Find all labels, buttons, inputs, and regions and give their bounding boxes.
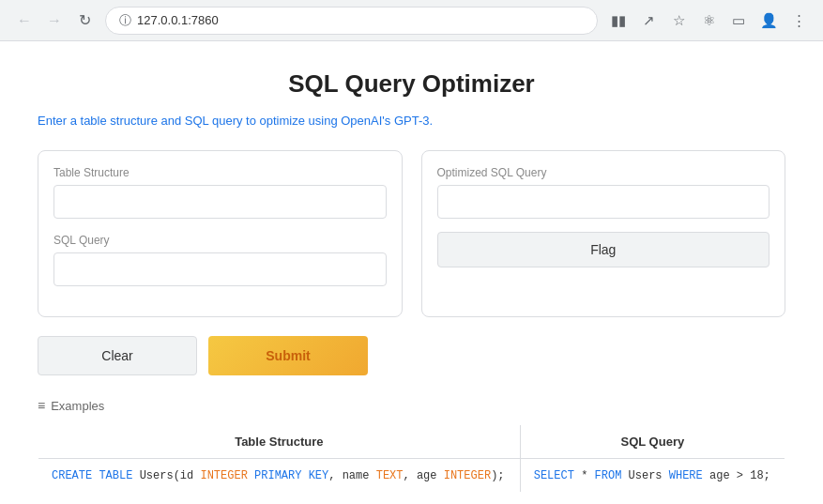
- examples-icon: ≡: [38, 398, 45, 413]
- table-col-structure: Table Structure: [38, 425, 521, 459]
- address-bar[interactable]: ⓘ 127.0.0.1:7860: [105, 7, 598, 35]
- table-structure-label: Table Structure: [53, 166, 387, 179]
- page-content: SQL Query Optimizer Enter a table struct…: [0, 41, 823, 504]
- main-form: Table Structure SQL Query Optimized SQL …: [38, 150, 785, 317]
- flag-button[interactable]: Flag: [437, 232, 770, 267]
- extensions-button[interactable]: ⚛: [695, 8, 722, 34]
- nav-buttons: ← → ↻: [11, 8, 98, 34]
- page-title: SQL Query Optimizer: [38, 69, 785, 99]
- integer-type2: INTEGER: [444, 469, 491, 482]
- left-panel: Table Structure SQL Query: [38, 150, 403, 317]
- reload-button[interactable]: ↻: [71, 8, 98, 34]
- bookmark-button[interactable]: ☆: [665, 8, 692, 34]
- pk-keyword: PRIMARY KEY: [254, 469, 328, 482]
- examples-section: ≡ Examples Table Structure SQL Query CRE…: [38, 398, 785, 493]
- clear-button[interactable]: Clear: [38, 336, 197, 375]
- window-button[interactable]: ▭: [725, 8, 752, 34]
- table-row: CREATE TABLE Users(id INTEGER PRIMARY KE…: [38, 459, 785, 493]
- example-table-structure: CREATE TABLE Users(id INTEGER PRIMARY KE…: [38, 459, 521, 493]
- cast-button[interactable]: ▮▮: [605, 8, 632, 34]
- create-keyword: CREATE TABLE: [52, 469, 140, 482]
- lock-icon: ⓘ: [119, 12, 131, 29]
- text-type: TEXT: [376, 469, 404, 482]
- sql-query-input[interactable]: [53, 252, 387, 286]
- where-keyword: WHERE: [669, 469, 709, 482]
- url-text: 127.0.0.1:7860: [137, 13, 219, 27]
- examples-label: Examples: [51, 399, 104, 413]
- toolbar-actions: ▮▮ ↗ ☆ ⚛ ▭ 👤 ⋮: [605, 8, 812, 34]
- examples-header[interactable]: ≡ Examples: [38, 398, 785, 413]
- table-structure-group: Table Structure: [53, 166, 387, 219]
- sql-query-group: SQL Query: [53, 234, 387, 286]
- table-structure-input[interactable]: [53, 185, 387, 219]
- optimized-sql-label: Optimized SQL Query: [437, 166, 770, 179]
- example-sql-query: SELECT * FROM Users WHERE age > 18;: [520, 459, 785, 493]
- subtitle: Enter a table structure and SQL query to…: [38, 114, 785, 128]
- forward-button[interactable]: →: [41, 8, 68, 34]
- share-button[interactable]: ↗: [635, 8, 662, 34]
- browser-chrome: ← → ↻ ⓘ 127.0.0.1:7860 ▮▮ ↗ ☆ ⚛ ▭ 👤 ⋮: [0, 0, 823, 41]
- sql-query-label: SQL Query: [53, 234, 387, 247]
- examples-table: Table Structure SQL Query CREATE TABLE U…: [38, 424, 785, 493]
- back-button[interactable]: ←: [11, 8, 38, 34]
- from-keyword: FROM: [595, 469, 629, 482]
- button-row: Clear Submit: [38, 336, 785, 375]
- profile-button[interactable]: 👤: [755, 8, 782, 34]
- table-col-query: SQL Query: [520, 425, 785, 459]
- submit-button[interactable]: Submit: [208, 336, 368, 375]
- right-panel: Optimized SQL Query Flag: [421, 150, 786, 317]
- menu-button[interactable]: ⋮: [785, 8, 812, 34]
- select-keyword: SELECT: [534, 469, 581, 482]
- integer-type: INTEGER: [200, 469, 254, 482]
- optimized-sql-input[interactable]: [437, 185, 770, 219]
